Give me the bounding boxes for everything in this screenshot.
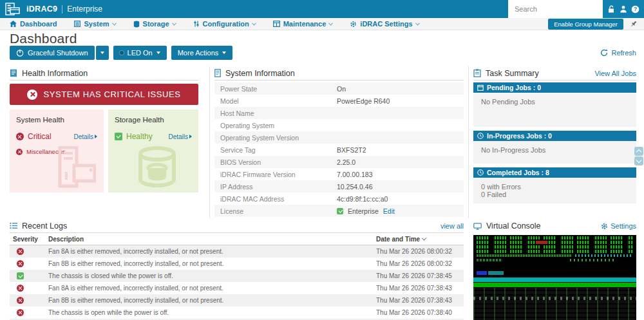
unlock-icon[interactable] <box>607 5 615 13</box>
graceful-shutdown-dropdown-button[interactable] <box>96 46 109 60</box>
refresh-link[interactable]: Refresh <box>600 49 636 57</box>
scroll-down-button[interactable] <box>634 156 643 165</box>
log-row[interactable]: Fan 8A is either removed, incorrectly in… <box>10 282 464 294</box>
pending-jobs-body: No Pending Jobs <box>473 93 636 127</box>
task-summary-panel: Task Summary View All Jobs Pending Jobs … <box>473 66 636 203</box>
system-info-icon <box>214 69 221 77</box>
license-edit-link[interactable]: Edit <box>383 207 395 215</box>
console-cpu-meter-row <box>477 245 633 249</box>
graceful-shutdown-button[interactable]: Graceful Shutdown <box>10 46 95 60</box>
severity-icon <box>17 260 24 267</box>
storage-health-status: Healthy <box>126 132 153 141</box>
console-swap-line <box>477 259 502 261</box>
nav-item-system[interactable]: System <box>74 20 115 28</box>
nav-label: Storage <box>143 20 169 28</box>
console-cpu-meter-row <box>477 250 633 253</box>
system-info-row: Operating System Version <box>214 131 464 144</box>
console-stats-line <box>575 254 632 257</box>
led-on-button[interactable]: LED On <box>113 46 167 60</box>
pending-jobs-label: Pending Jobs : 0 <box>487 84 541 91</box>
user-icon[interactable] <box>620 5 627 13</box>
storage-health-details-link[interactable]: Details <box>168 133 192 140</box>
info-label: License <box>214 207 337 215</box>
nav-item-configuration[interactable]: Configuration <box>193 20 256 28</box>
logs-view-all-link[interactable]: view all <box>440 222 464 230</box>
home-icon <box>10 21 17 27</box>
system-health-details-link[interactable]: Details <box>73 133 97 140</box>
logs-table-header: Severity Description Date and Time <box>10 233 464 245</box>
view-all-jobs-link[interactable]: View All Jobs <box>594 70 636 77</box>
enable-group-manager-button[interactable]: Enable Group Manager <box>548 19 623 30</box>
console-selected-row <box>473 283 636 287</box>
led-indicator-icon <box>120 51 124 55</box>
system-info-row: Power State On <box>214 82 464 95</box>
critical-circle-x-icon <box>27 89 37 100</box>
settings-gear-icon <box>601 223 608 230</box>
health-information-title: Health Information <box>22 69 88 78</box>
chevron-down-icon <box>328 21 333 25</box>
brand-edition: Enterprise <box>67 5 102 14</box>
more-actions-button[interactable]: More Actions <box>171 46 233 60</box>
info-value: 7.00.00.183 <box>337 171 372 178</box>
completed-jobs-header[interactable]: Completed Jobs : 8 <box>473 167 636 178</box>
system-info-row: iDRAC Firmware Version 7.00.00.183 <box>214 168 464 180</box>
info-label: iDRAC Firmware Version <box>214 171 337 178</box>
critical-status-icon <box>16 149 23 155</box>
log-row[interactable]: The chassis is closed while the power is… <box>10 270 464 282</box>
idrac-dashboard: iDRAC9 Enterprise <box>0 0 644 320</box>
console-highlight-row <box>473 297 636 300</box>
info-value: 10.254.0.46 <box>337 183 372 191</box>
console-settings-link[interactable]: Settings <box>601 222 636 230</box>
system-info-row: BIOS Version 2.25.0 <box>214 156 464 168</box>
column-severity[interactable]: Severity <box>10 236 48 243</box>
monitor-icon <box>473 223 482 230</box>
virtual-console-preview[interactable] <box>473 235 636 320</box>
log-row[interactable]: Fan 8B is either removed, incorrectly in… <box>10 258 464 270</box>
log-row[interactable]: The chassis is open while the power is o… <box>10 306 464 319</box>
license-value: Enterprise <box>348 207 379 215</box>
led-on-label: LED On <box>128 49 153 57</box>
gear-icon <box>350 21 357 28</box>
critical-issues-banner[interactable]: SYSTEM HAS CRITICAL ISSUES <box>10 84 198 105</box>
nav-item-dashboard[interactable]: Dashboard <box>10 20 57 28</box>
severity-icon <box>17 272 24 279</box>
nav-item-idrac-settings[interactable]: iDRAC Settings <box>350 20 419 28</box>
nav-item-storage[interactable]: Storage <box>133 20 176 28</box>
scroll-up-button[interactable] <box>634 147 643 156</box>
column-datetime[interactable]: Date and Time <box>376 236 464 243</box>
info-label: Power State <box>214 85 337 93</box>
nav-item-maintenance[interactable]: Maintenance <box>273 20 333 28</box>
info-label: BIOS Version <box>214 158 337 166</box>
pending-jobs-header[interactable]: Pending Jobs : 0 <box>473 82 636 93</box>
log-datetime: Thu Mar 26 2026 07:38:43 <box>376 297 464 304</box>
completed-jobs-failed: 0 Failed <box>481 191 629 198</box>
pin-icon[interactable] <box>630 20 638 28</box>
main-nav: Dashboard System Storage Conf <box>0 18 644 30</box>
completed-jobs-body: 0 with Errors 0 Failed <box>473 178 636 203</box>
help-icon[interactable]: ? <box>631 5 639 14</box>
search-input[interactable] <box>508 5 606 13</box>
log-description: Fan 8B is either removed, incorrectly in… <box>48 260 376 267</box>
console-process-rows <box>473 288 636 320</box>
calendar-icon <box>477 84 484 91</box>
console-tab <box>477 271 487 275</box>
in-progress-jobs-header[interactable]: In-Progress Jobs : 0 <box>473 131 636 141</box>
system-info-table: Power State On Model PowerEdge R640 Host… <box>214 82 464 217</box>
caret-down-icon <box>100 52 104 54</box>
power-icon <box>16 49 24 57</box>
system-info-row: Model PowerEdge R640 <box>214 95 464 107</box>
page-scroll-widget <box>634 147 643 165</box>
info-label: IP Address <box>214 183 337 191</box>
server-tower-illustration <box>46 146 96 189</box>
more-actions-label: More Actions <box>178 49 219 57</box>
log-row[interactable]: Fan 8B is either removed, incorrectly in… <box>10 294 464 306</box>
completed-jobs-section: Completed Jobs : 8 0 with Errors 0 Faile… <box>473 167 636 203</box>
log-row[interactable]: Fan 8A is either removed, incorrectly in… <box>10 245 464 258</box>
severity-icon <box>17 297 24 304</box>
clock-icon <box>477 133 484 139</box>
column-description[interactable]: Description <box>48 236 376 243</box>
virtual-console-panel: Virtual Console Settings <box>473 219 636 320</box>
column-divider <box>468 66 469 218</box>
console-uptime-line <box>570 259 615 261</box>
top-bar: iDRAC9 Enterprise <box>0 0 644 18</box>
